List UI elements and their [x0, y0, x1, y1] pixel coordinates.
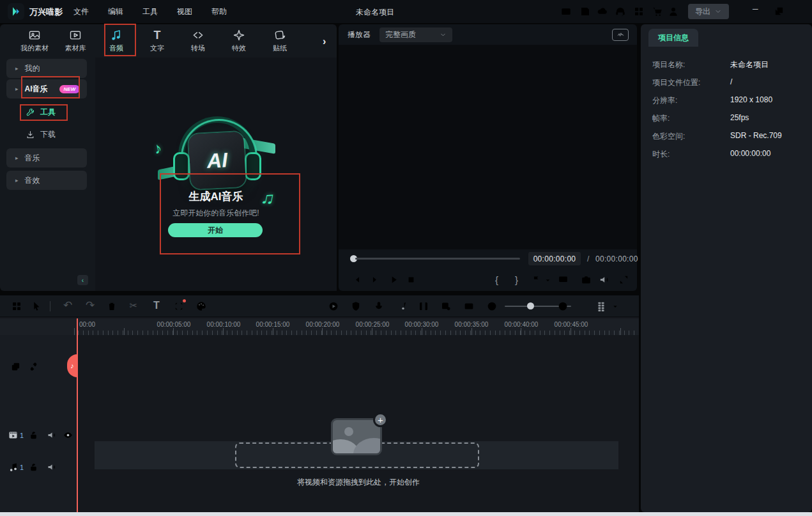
add-track-icon[interactable]	[10, 361, 21, 372]
save-icon[interactable]	[579, 6, 591, 17]
add-media-plus-icon[interactable]: +	[373, 412, 388, 427]
auto-ripple-icon[interactable]	[418, 301, 429, 312]
project-info-tab[interactable]: 项目信息	[648, 29, 698, 47]
transition-icon	[192, 29, 204, 42]
previous-frame-button[interactable]	[351, 274, 362, 285]
render-preview-icon[interactable]	[328, 301, 339, 312]
zoom-out-icon[interactable]	[486, 301, 498, 312]
tab-strip-more-chevron[interactable]: ›	[323, 36, 333, 46]
tab-transitions[interactable]: 转场	[178, 29, 218, 53]
text-tool-icon: T	[154, 29, 161, 42]
fullscreen-button[interactable]	[618, 274, 629, 285]
info-row-colorspace: 色彩空间: SDR - Rec.709	[641, 127, 812, 145]
timecode-separator: /	[587, 254, 589, 263]
menu-help[interactable]: 帮助	[202, 6, 236, 17]
volume-button[interactable]	[599, 274, 609, 285]
seek-bar[interactable]	[355, 258, 520, 260]
music-note-icon: ♪	[152, 139, 164, 158]
asset-manager-icon[interactable]	[11, 301, 22, 312]
tab-stock-library[interactable]: 素材库	[55, 29, 96, 53]
tab-stickers[interactable]: 贴纸	[259, 29, 300, 53]
close-button[interactable]	[796, 6, 807, 17]
export-caret-icon	[714, 8, 722, 15]
cloud-upload-icon[interactable]	[597, 6, 608, 17]
playhead[interactable]	[77, 318, 78, 512]
sidebar-item-downloads[interactable]: 下载	[6, 127, 56, 143]
track-manager-caret-icon[interactable]	[612, 303, 619, 310]
sidebar-item-music[interactable]: ▸ 音乐	[6, 148, 87, 168]
sidebar-item-sfx[interactable]: ▸ 音效	[6, 171, 87, 190]
snapshot-camera-button[interactable]	[581, 274, 592, 285]
project-info-panel: 项目信息 项目名称: 未命名项目 项目文件位置: / 分辨率: 1920 x 1…	[641, 24, 812, 512]
video-track-lock-icon[interactable]	[28, 430, 39, 441]
video-track-visibility-icon[interactable]	[63, 430, 73, 441]
marker-caret-icon[interactable]	[544, 277, 551, 284]
zoom-slider-handle[interactable]	[527, 302, 534, 309]
annotation-box-generate-panel	[160, 173, 300, 254]
sidebar-collapse-button[interactable]: ‹	[77, 275, 88, 285]
fit-timeline-icon[interactable]	[463, 301, 475, 312]
select-tool-icon[interactable]	[31, 301, 42, 312]
quality-dropdown[interactable]: 完整画质	[379, 27, 452, 42]
layout-mode-icon[interactable]	[560, 6, 572, 17]
audio-track-number: 1	[20, 464, 24, 471]
mark-in-button[interactable]: {	[495, 274, 498, 285]
undo-icon[interactable]: ↶	[63, 300, 72, 311]
link-clips-icon[interactable]	[28, 361, 39, 372]
display-output-button[interactable]	[558, 274, 569, 285]
marker-button[interactable]	[531, 274, 542, 285]
account-icon[interactable]	[668, 6, 679, 17]
apps-grid-icon[interactable]	[633, 6, 645, 17]
track-header-column: 1 1	[0, 335, 78, 512]
track-manager-icon[interactable]	[595, 301, 607, 312]
filmora-app-window: 万兴喵影 文件 编辑 工具 视图 帮助 未命名项目 导出 ─ 我的素材	[0, 0, 812, 516]
video-scope-button[interactable]	[612, 29, 629, 41]
shopping-cart-icon[interactable]	[652, 6, 663, 17]
taskbar-edge	[0, 512, 812, 516]
sidebar-item-mine[interactable]: ▸ 我的	[6, 59, 87, 78]
audio-track-mute-icon[interactable]	[46, 462, 57, 473]
timeline-ruler[interactable]: 00:00 00:00:05:00 00:00:10:00 00:00:15:0…	[0, 318, 639, 335]
annotation-box-tools	[20, 104, 68, 121]
audio-track-lock-icon[interactable]	[28, 462, 39, 473]
video-track-icon	[8, 430, 19, 441]
redo-icon[interactable]: ↷	[86, 300, 95, 311]
menu-edit[interactable]: 编辑	[98, 6, 133, 17]
mark-out-button[interactable]: }	[515, 274, 518, 285]
waveform-icon	[616, 31, 625, 38]
library-icon	[69, 29, 82, 42]
tab-effects[interactable]: 特效	[218, 29, 259, 53]
title-bar: 万兴喵影 文件 编辑 工具 视图 帮助 未命名项目 导出 ─	[0, 0, 812, 23]
info-row-name: 项目名称: 未命名项目	[641, 55, 812, 73]
next-frame-button[interactable]	[370, 274, 381, 285]
export-button[interactable]: 导出	[688, 4, 729, 19]
record-voiceover-icon[interactable]	[373, 301, 385, 312]
menu-view[interactable]: 视图	[167, 6, 202, 17]
menu-tools[interactable]: 工具	[133, 6, 167, 17]
stop-button[interactable]	[406, 274, 417, 285]
split-scissors-icon[interactable]: ✂	[130, 300, 138, 311]
video-track-mute-icon[interactable]	[46, 430, 57, 441]
timeline-panel: ↶ ↷ ✂ T 00:00 00:00:05:00 00	[0, 295, 639, 512]
player-panel: 播放器 完整画质 00:00:00:00 / 00:00:00:00 { }	[339, 24, 637, 291]
mask-shield-icon[interactable]	[350, 301, 362, 312]
support-headset-icon[interactable]	[615, 6, 626, 17]
total-timecode: 00:00:00:00	[595, 254, 638, 263]
annotation-box-ai-music	[21, 76, 80, 98]
current-timecode[interactable]: 00:00:00:00	[528, 252, 581, 265]
menu-file[interactable]: 文件	[64, 6, 98, 17]
info-row-framerate: 帧率: 25fps	[641, 109, 812, 127]
color-palette-icon[interactable]	[195, 301, 207, 312]
preview-quality-icon[interactable]	[440, 301, 452, 312]
add-text-icon[interactable]: T	[153, 300, 160, 311]
preview-viewport	[339, 45, 637, 249]
video-track-number: 1	[20, 432, 24, 439]
delete-icon[interactable]	[106, 301, 118, 312]
zoom-in-icon[interactable]	[557, 301, 569, 312]
play-button[interactable]	[388, 274, 399, 285]
tab-text[interactable]: T 文字	[137, 29, 178, 53]
maximize-button[interactable]	[774, 6, 785, 17]
tab-my-media[interactable]: 我的素材	[14, 29, 55, 53]
minimize-button[interactable]: ─	[753, 4, 763, 15]
audio-mixer-icon[interactable]	[395, 301, 407, 312]
